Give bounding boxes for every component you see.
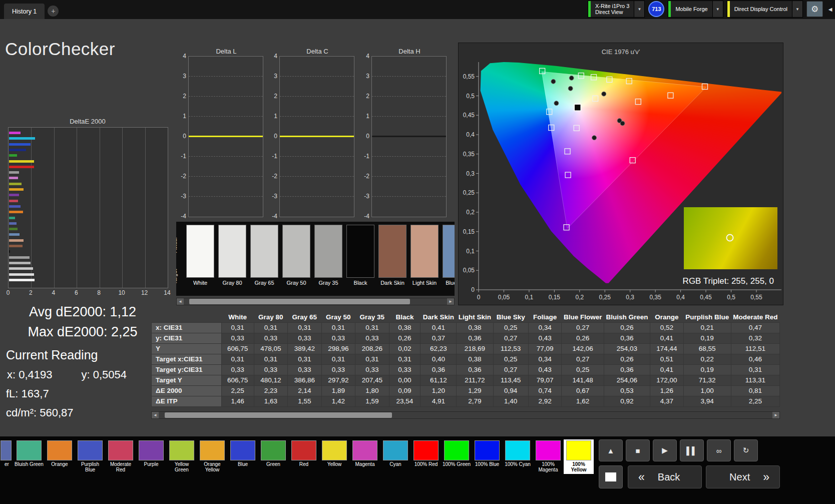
patch-button-red[interactable]: Red — [289, 439, 319, 474]
scroll-right-icon[interactable]: ► — [772, 412, 779, 418]
table-cell: 0,25 — [562, 364, 604, 375]
display-control-dropdown[interactable]: Direct Display Control ▼ — [727, 1, 803, 18]
chevron-down-icon[interactable]: ▼ — [634, 1, 644, 17]
swatch-white[interactable]: White — [186, 225, 214, 286]
table-cell: 0,46 — [731, 354, 779, 364]
table-cell: 211,72 — [457, 375, 493, 385]
add-tab-button[interactable]: + — [48, 6, 59, 17]
up-button[interactable]: ▲ — [599, 439, 623, 461]
axis-tick-label: 0,15 — [549, 294, 561, 301]
table-row[interactable]: Target Y606,75480,12386,86297,92207,450,… — [152, 375, 780, 385]
patch-button-yellow[interactable]: Yellow — [319, 439, 349, 474]
patch-button-100-blue[interactable]: 100% Blue — [472, 439, 502, 474]
scroll-right-icon[interactable]: ► — [447, 298, 454, 305]
table-scrollbar[interactable]: ◄ ► — [151, 411, 780, 419]
axis-tick-label: 0,5 — [727, 294, 735, 301]
repeat-button[interactable]: ↻ — [734, 439, 758, 461]
gridline — [280, 76, 354, 77]
back-label: Back — [658, 471, 680, 483]
patch-button-blue[interactable]: Blue — [228, 439, 258, 474]
patch-button-green[interactable]: Green — [258, 439, 288, 474]
next-button[interactable]: Next » — [706, 465, 780, 488]
table-cell: 0,38 — [457, 322, 493, 333]
swatch-gray-65[interactable]: Gray 65 — [250, 225, 278, 286]
swatch-black[interactable]: Black — [346, 225, 374, 286]
table-cell: 1,80 — [355, 385, 389, 396]
patch-label: Purple — [137, 461, 166, 472]
patch-button-100-cyan[interactable]: 100% Cyan — [503, 439, 533, 474]
patch-color — [536, 440, 561, 460]
patch-button-100-yellow[interactable]: 100% Yellow — [564, 439, 594, 474]
scrollbar-thumb[interactable] — [189, 299, 410, 304]
patch-button-magenta[interactable]: Magenta — [350, 439, 380, 474]
swatch-gray-50[interactable]: Gray 50 — [282, 225, 310, 286]
patch-button-orange-yellow[interactable]: Orange Yellow — [197, 439, 227, 474]
pause-button[interactable]: ▌▌ — [680, 439, 704, 461]
zero-line — [189, 136, 263, 137]
patch-color — [566, 440, 591, 460]
table-cell: 112,53 — [493, 343, 528, 354]
infinite-loop-button[interactable]: ∞ — [707, 439, 731, 461]
settings-button[interactable]: ⚙ — [806, 1, 823, 17]
rgb-triplet-label: RGB Triplet: 255, 255, 0 — [683, 276, 774, 286]
de-bar — [9, 273, 34, 276]
patch-color — [413, 440, 439, 460]
delta-plot — [279, 56, 354, 217]
table-row[interactable]: ΔE 20002,252,232,141,891,800,091,201,290… — [152, 385, 780, 396]
history-tab-label: History 1 — [12, 8, 37, 15]
stop-button[interactable]: ■ — [626, 439, 650, 461]
patch-button-bluish-green[interactable]: Bluish Green — [14, 439, 44, 474]
pattern-window-button[interactable] — [599, 465, 623, 488]
scrollbar-track[interactable] — [184, 298, 447, 305]
patch-label: 100% Green — [442, 461, 471, 472]
axis-tick-label: 0,05 — [498, 294, 510, 301]
patch-button-100-red[interactable]: 100% Red — [411, 439, 441, 474]
chevron-down-icon[interactable]: ▼ — [792, 1, 802, 17]
scroll-left-icon[interactable]: ◄ — [177, 298, 184, 305]
table-row[interactable]: x: CIE310,310,310,310,310,310,380,410,38… — [152, 322, 780, 333]
patch-button-purplish-blue[interactable]: Purplish Blue — [75, 439, 105, 474]
de-bar — [9, 256, 30, 259]
axis-tick-label: 0,05 — [463, 267, 475, 274]
scrollbar-thumb[interactable] — [165, 412, 392, 418]
swatch-dark-skin[interactable]: Dark Skin — [378, 225, 406, 286]
patch-button-moderate-red[interactable]: Moderate Red — [106, 439, 136, 474]
app-root: History 1 + X-Rite i1Pro 3 Direct View ▼… — [0, 0, 835, 504]
gridline — [372, 196, 446, 197]
history-tab[interactable]: History 1 — [4, 4, 45, 19]
swatch-scrollbar[interactable]: ◄ ► — [176, 298, 455, 305]
table-row[interactable]: ΔE ITP1,461,631,551,421,5923,544,912,791… — [152, 396, 780, 406]
patch-button-orange[interactable]: Orange — [45, 439, 75, 474]
meter-dropdown[interactable]: X-Rite i1Pro 3 Direct View ▼ — [588, 1, 645, 18]
play-button[interactable]: ▶ — [653, 439, 677, 461]
table-row[interactable]: y: CIE310,330,330,330,330,330,260,370,36… — [152, 333, 780, 343]
table-row[interactable]: Target x:CIE310,310,310,310,310,310,310,… — [152, 354, 780, 364]
table-cell: 1,42 — [321, 396, 355, 406]
patch-button-er[interactable]: er — [0, 439, 14, 474]
table-cell: 0,31 — [389, 354, 421, 364]
patch-button-100-green[interactable]: 100% Green — [442, 439, 472, 474]
swatch-gray-35[interactable]: Gray 35 — [314, 225, 342, 286]
patch-button-cyan[interactable]: Cyan — [380, 439, 410, 474]
meter-label: X-Rite i1Pro 3 Direct View — [591, 1, 634, 17]
collapse-panel-button[interactable]: ◀ — [826, 1, 834, 17]
swatch-light-skin[interactable]: Light Skin — [410, 225, 439, 286]
table-row[interactable]: Y606,75478,05389,42298,96208,260,0262,23… — [152, 343, 780, 354]
patch-label: Orange Yellow — [198, 461, 227, 472]
target-point — [668, 93, 673, 98]
patch-button-purple[interactable]: Purple — [136, 439, 166, 474]
scrollbar-track[interactable] — [159, 412, 772, 418]
scroll-left-icon[interactable]: ◄ — [152, 412, 159, 418]
column-header: Gray 80 — [254, 312, 288, 322]
swatch-blue-sky[interactable]: Blue Sky — [443, 225, 455, 286]
pattern-generator-dropdown[interactable]: Mobile Forge ▼ — [668, 1, 723, 18]
table-cell: 0,52 — [650, 322, 683, 333]
swatch-gray-80[interactable]: Gray 80 — [218, 225, 246, 286]
back-button[interactable]: « Back — [628, 465, 702, 488]
axis-tick-label: 1 — [269, 113, 277, 120]
chevron-down-icon[interactable]: ▼ — [712, 1, 723, 17]
patch-button-100-magenta[interactable]: 100% Magenta — [533, 439, 563, 474]
patch-button-yellow-green[interactable]: Yellow Green — [167, 439, 197, 474]
table-row[interactable]: Target y:CIE310,330,330,330,330,330,330,… — [152, 364, 780, 375]
table-cell: 0,26 — [389, 333, 421, 343]
